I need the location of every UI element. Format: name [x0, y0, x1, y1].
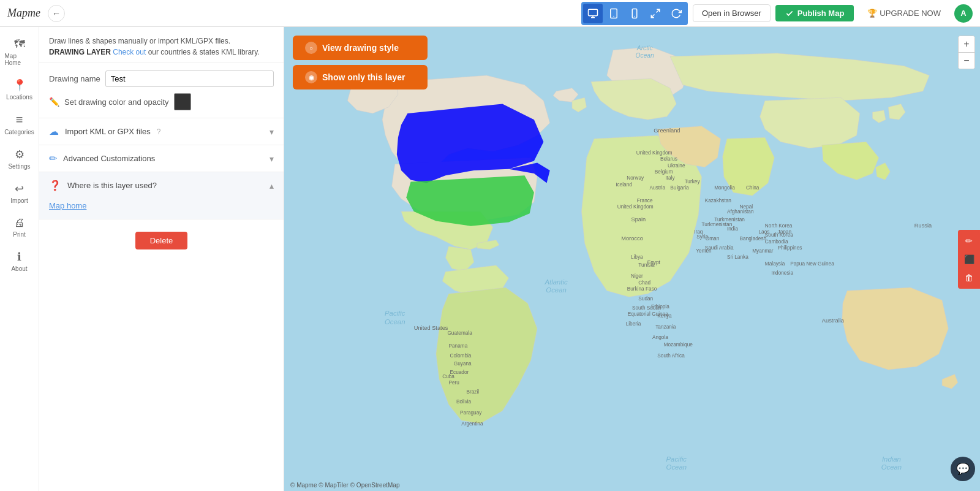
svg-text:Papua New Guinea: Papua New Guinea	[790, 261, 834, 267]
map-background: Pacific Ocean Atlantic Ocean Arctic Ocea…	[284, 27, 980, 491]
svg-text:Chad: Chad	[638, 280, 650, 286]
panel-header: Draw lines & shapes manually or import K…	[39, 27, 284, 63]
drawing-name-label: Drawing name	[49, 74, 100, 83]
svg-text:Guatemala: Guatemala	[447, 330, 472, 336]
svg-text:Indonesia: Indonesia	[771, 270, 793, 276]
svg-text:Atlantic: Atlantic	[544, 278, 568, 286]
svg-text:Kazakhstan: Kazakhstan	[705, 198, 732, 204]
sidebar-item-about[interactable]: ℹ About	[2, 245, 37, 277]
drawing-layer-label: DRAWING LAYER	[49, 48, 111, 56]
svg-text:Greenland: Greenland	[654, 128, 680, 134]
svg-text:Bulgaria: Bulgaria	[670, 185, 689, 191]
svg-text:China: China	[746, 185, 760, 191]
sidebar-item-map-home[interactable]: 🗺 Map Home	[2, 33, 37, 71]
import-kml-row[interactable]: ☁ Import KML or GPX files ? ▾	[39, 118, 284, 145]
color-label: Set drawing color and opacity	[64, 97, 169, 107]
delete-button[interactable]: Delete	[135, 232, 188, 249]
svg-text:North Korea: North Korea	[765, 223, 793, 229]
svg-text:Ocean: Ocean	[546, 286, 566, 294]
rectangle-tool-button[interactable]: ⬛	[960, 251, 978, 268]
where-label: Where is this layer used?	[67, 181, 157, 190]
drawing-name-input[interactable]	[105, 70, 274, 87]
svg-text:Colombia: Colombia	[450, 353, 472, 359]
view-refresh-btn[interactable]	[666, 4, 686, 23]
svg-text:Morocco: Morocco	[621, 235, 643, 242]
svg-text:Australia: Australia	[822, 318, 845, 324]
question-icon: ❓	[49, 180, 61, 191]
color-swatch[interactable]	[174, 93, 191, 110]
import-kml-chevron: ▾	[270, 127, 274, 137]
check-out-link[interactable]: Check out	[113, 48, 146, 56]
delete-tool-button[interactable]: 🗑	[960, 269, 978, 286]
view-tablet-btn[interactable]	[604, 4, 624, 23]
chat-button[interactable]: 💬	[951, 457, 975, 481]
svg-text:Ocean: Ocean	[666, 463, 687, 471]
svg-text:Nepal: Nepal	[740, 204, 753, 210]
sidebar-item-settings[interactable]: ⚙ Settings	[2, 143, 37, 175]
svg-text:Ukraine: Ukraine	[668, 163, 685, 169]
zoom-in-button[interactable]: +	[959, 36, 974, 52]
open-browser-button[interactable]: Open in Browser	[693, 4, 771, 22]
map-home-link[interactable]: Map home	[49, 201, 86, 210]
svg-text:Panama: Panama	[449, 343, 468, 349]
svg-text:Belgium: Belgium	[655, 169, 673, 175]
svg-text:Pacific: Pacific	[385, 310, 405, 317]
view-drawing-style-button[interactable]: ○ View drawing style	[293, 36, 428, 60]
svg-text:Philippines: Philippines	[778, 245, 802, 251]
svg-text:Burkina Faso: Burkina Faso	[627, 286, 657, 292]
svg-text:United States: United States	[414, 325, 448, 331]
svg-text:India: India	[727, 226, 738, 232]
svg-text:Guyana: Guyana	[454, 361, 472, 367]
map-attribution: © Mapme © MapTiler © OpenStreetMap	[290, 482, 399, 489]
svg-text:Pacific: Pacific	[666, 455, 687, 463]
sidebar-item-locations[interactable]: 📍 Locations	[2, 74, 37, 105]
sidebar-item-print[interactable]: 🖨 Print	[2, 211, 37, 243]
delete-section: Delete	[39, 219, 284, 262]
app-logo: Mapme	[7, 7, 40, 20]
show-only-layer-button[interactable]: ◉ Show only this layer	[293, 65, 428, 89]
publish-map-button[interactable]: Publish Map	[775, 5, 854, 21]
svg-text:France: France	[637, 198, 653, 204]
map-area[interactable]: Pacific Ocean Atlantic Ocean Arctic Ocea…	[284, 27, 980, 491]
right-tools: ✏ ⬛ 🗑	[958, 230, 980, 289]
draw-tool-button[interactable]: ✏	[960, 232, 978, 249]
svg-text:Yemen: Yemen	[696, 248, 712, 254]
svg-text:Norway: Norway	[627, 175, 644, 181]
view-desktop-btn[interactable]	[583, 4, 603, 23]
view-mobile-btn[interactable]	[625, 4, 644, 23]
topbar: Mapme ← Open in Browser Publish Map 🏆 UP…	[0, 0, 980, 27]
svg-text:Indian: Indian	[882, 455, 901, 463]
advanced-chevron: ▾	[270, 154, 274, 164]
svg-line-6	[651, 14, 654, 17]
advanced-customizations-row[interactable]: ✏ Advanced Customizations ▾	[39, 145, 284, 172]
user-avatar[interactable]: A	[954, 4, 973, 23]
sidebar-item-categories[interactable]: ≡ Categories	[2, 108, 37, 140]
where-content: Map home	[39, 199, 284, 219]
where-header[interactable]: ❓ Where is this layer used? ▴	[39, 172, 284, 199]
svg-text:Peru: Peru	[449, 380, 460, 386]
back-button[interactable]: ←	[48, 5, 65, 22]
radio-icon: ○	[305, 42, 317, 54]
svg-text:Iceland: Iceland	[616, 182, 632, 188]
svg-text:Japan: Japan	[778, 229, 792, 235]
upgrade-button[interactable]: 🏆 UPGRADE NOW	[859, 5, 949, 21]
pencil2-icon: ✏	[49, 153, 57, 164]
svg-text:Ocean: Ocean	[385, 318, 405, 325]
drawing-settings-section: Drawing name ✏️ Set drawing color and op…	[39, 63, 284, 118]
sidebar-item-import[interactable]: ↩ Import	[2, 177, 37, 209]
svg-line-5	[656, 9, 659, 12]
svg-text:Spain: Spain	[631, 216, 646, 223]
svg-text:Cuba: Cuba	[442, 374, 454, 379]
zoom-out-button[interactable]: −	[959, 53, 974, 69]
svg-text:Iraq: Iraq	[694, 229, 703, 235]
view-controls	[581, 2, 688, 25]
svg-text:Turkey: Turkey	[685, 179, 701, 185]
view-fullscreen-btn[interactable]	[646, 4, 665, 23]
svg-text:Bangladesh: Bangladesh	[740, 236, 767, 242]
where-section: ❓ Where is this layer used? ▴ Map home	[39, 172, 284, 219]
svg-text:Sri Lanka: Sri Lanka	[727, 254, 748, 260]
svg-text:South Africa: South Africa	[657, 353, 685, 359]
svg-text:Cambodia: Cambodia	[765, 239, 788, 245]
svg-text:Russia: Russia	[914, 223, 932, 229]
where-chevron: ▴	[270, 181, 274, 191]
